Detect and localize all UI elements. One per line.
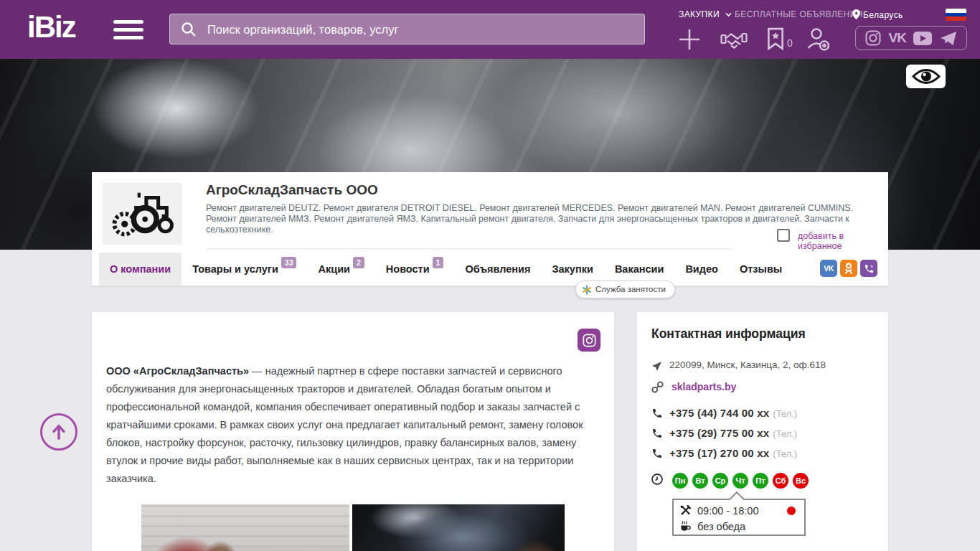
address-arrow-icon — [651, 361, 662, 372]
tab-promotions[interactable]: Акции2 — [307, 253, 374, 286]
search-input[interactable] — [206, 14, 636, 45]
tab-badge: 2 — [353, 257, 364, 268]
day-sat[interactable]: Сб — [773, 473, 788, 489]
contact-title: Контактная информация — [651, 326, 806, 342]
lunch-row: без обеда — [679, 520, 745, 532]
tab-ads[interactable]: Объявления — [454, 253, 541, 286]
free-ads-link[interactable]: БЕСПЛАТНЫЕ ОБЪЯВЛЕНИЯ — [735, 9, 863, 19]
scroll-top-button[interactable] — [40, 413, 77, 451]
tab-about[interactable]: О компании — [99, 253, 182, 286]
about-section: ООО «АгроСкладЗапчасть» — надежный партн… — [92, 312, 614, 551]
schedule-popover: 09:00 - 18:00 без обеда — [672, 499, 806, 536]
about-text: ООО «АгроСкладЗапчасть» — надежный партн… — [106, 362, 603, 488]
day-tue[interactable]: Вт — [692, 473, 708, 489]
company-tabs: О компании Товары и услуги33 Акции2 Ново… — [92, 253, 888, 286]
search-icon — [180, 21, 197, 38]
tab-label: Товары и услуги — [192, 263, 278, 275]
status-dot — [787, 507, 796, 515]
divider — [206, 248, 732, 249]
website-link[interactable]: skladparts.by — [672, 381, 736, 392]
tab-reviews[interactable]: Отзывы — [729, 253, 793, 286]
vk-icon[interactable]: VK — [820, 260, 837, 277]
day-wed[interactable]: Ср — [712, 473, 728, 489]
contact-card: Контактная информация 220099, Минск, Каз… — [637, 312, 888, 551]
phone-icon — [651, 408, 663, 419]
tab-label: Новости — [386, 263, 430, 275]
chevron-down-icon — [725, 12, 732, 17]
phone-row: +375 (44) 744 00 xx(Тел.) — [669, 407, 797, 420]
handshake-icon[interactable] — [720, 29, 748, 53]
about-body: — надежный партнер в сфере поставки запч… — [106, 365, 583, 484]
company-name: АгроСкладЗапчасть ООО — [206, 182, 378, 198]
phone-number[interactable]: +375 (44) 744 00 xx — [669, 407, 769, 419]
phone-row: +375 (17) 270 00 xx(Тел.) — [669, 447, 797, 460]
day-fri[interactable]: Пт — [753, 473, 768, 489]
day-sun[interactable]: Вс — [793, 473, 809, 489]
vk-icon[interactable]: VK — [889, 30, 906, 46]
phone-type: (Тел.) — [773, 448, 797, 459]
coffee-icon — [679, 520, 692, 532]
link-icon — [651, 381, 664, 393]
instagram-icon[interactable] — [578, 329, 600, 352]
location-pin-icon — [852, 9, 860, 19]
tab-badge: 1 — [433, 257, 444, 268]
favorites-bookmark-icon[interactable] — [766, 27, 785, 53]
tab-label: О компании — [110, 263, 171, 275]
language-flag-russia[interactable] — [946, 9, 966, 21]
phone-number[interactable]: +375 (29) 775 00 xx — [669, 427, 769, 439]
work-days: Пн Вт Ср Чт Пт Сб Вс — [672, 473, 809, 489]
tab-label: Видео — [685, 263, 718, 275]
phone-row: +375 (29) 775 00 xx(Тел.) — [669, 427, 797, 440]
hours-row: 09:00 - 18:00 — [679, 504, 758, 517]
purchases-label: ЗАКУПКИ — [679, 9, 720, 19]
purchases-menu[interactable]: ЗАКУПКИ — [679, 9, 732, 19]
telegram-icon[interactable] — [940, 31, 957, 46]
phone-type: (Тел.) — [773, 428, 797, 439]
clock-icon — [651, 474, 663, 485]
tab-video[interactable]: Видео — [674, 253, 729, 286]
day-thu[interactable]: Чт — [732, 473, 748, 489]
gallery-photo-mechanic-red[interactable] — [141, 504, 349, 551]
instagram-icon[interactable] — [865, 30, 881, 46]
tab-label: Закупки — [552, 263, 593, 275]
tab-news[interactable]: Новости1 — [375, 253, 455, 286]
viber-icon[interactable] — [860, 260, 877, 277]
gallery-photo-engine-bay[interactable] — [352, 504, 565, 551]
top-header: iBiz ЗАКУПКИ БЕСПЛАТНЫЕ ОБЪЯВЛЕНИЯ Белар… — [0, 0, 980, 59]
tab-label: Объявления — [465, 263, 530, 275]
lunch-text: без обеда — [697, 521, 745, 532]
phone-icon — [651, 428, 663, 439]
arrow-up-icon — [49, 422, 69, 442]
about-lead: ООО «АгроСкладЗапчасть» — [106, 365, 249, 377]
tooltip-label: Служба занятости — [595, 285, 666, 293]
country-selector[interactable]: Беларусь — [852, 9, 903, 20]
add-favorite-label[interactable]: добавить в избранное — [798, 231, 888, 251]
favorites-count: 0 — [787, 37, 793, 49]
search-bar — [169, 14, 645, 44]
odnoklassniki-icon[interactable] — [840, 260, 857, 277]
tab-label: Акции — [318, 263, 349, 275]
phone-icon — [651, 448, 663, 459]
tab-label: Отзывы — [740, 263, 782, 275]
day-mon[interactable]: Пн — [672, 473, 688, 489]
tab-badge: 33 — [281, 257, 297, 268]
tab-products[interactable]: Товары и услуги33 — [182, 253, 307, 286]
phone-number[interactable]: +375 (17) 270 00 xx — [669, 447, 769, 459]
hours-text: 09:00 - 18:00 — [697, 505, 758, 517]
youtube-icon[interactable] — [913, 32, 932, 45]
company-logo — [103, 183, 182, 245]
gallery — [92, 504, 614, 551]
add-company-icon[interactable] — [679, 29, 700, 53]
phone-type: (Тел.) — [773, 408, 797, 419]
address-text: 220099, Минск, Казинца, 2, оф.618 — [669, 359, 826, 370]
company-social-links: VK — [820, 260, 877, 277]
site-logo[interactable]: iBiz — [27, 10, 75, 44]
employment-service-icon — [582, 285, 592, 295]
user-add-icon[interactable] — [806, 27, 829, 54]
favorite-checkbox[interactable] — [777, 229, 790, 242]
menu-icon[interactable] — [113, 20, 143, 39]
tools-icon — [679, 504, 692, 517]
visibility-eye-icon[interactable] — [906, 65, 946, 88]
company-header-card: АгроСкладЗапчасть ООО Ремонт двигателей … — [92, 172, 888, 286]
tractor-gear-icon — [108, 188, 176, 240]
